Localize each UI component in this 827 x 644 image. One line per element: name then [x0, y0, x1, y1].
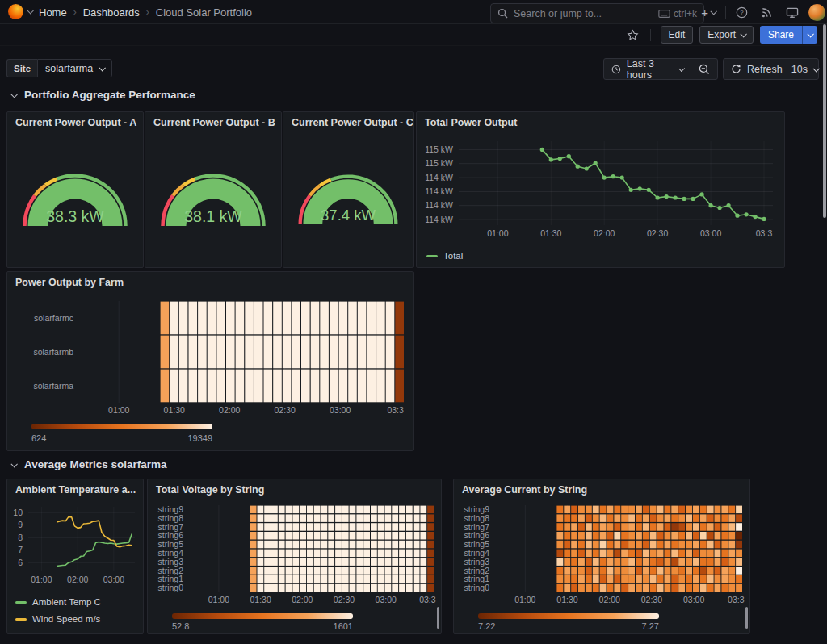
top-nav: Home › Dashboards › Cloud Solar Portfoli… [0, 0, 827, 24]
section-average-metrics[interactable]: Average Metrics solarfarma [11, 458, 167, 470]
user-avatar[interactable] [808, 4, 825, 21]
share-button[interactable]: Share [760, 26, 817, 44]
refresh-icon [731, 64, 741, 74]
chevron-down-icon [740, 31, 746, 37]
gauge-chart-a: 38.3 kW [10, 143, 140, 241]
svg-text:114 kW: 114 kW [425, 200, 453, 210]
grafana-dashboard: Home › Dashboards › Cloud Solar Portfoli… [0, 0, 827, 644]
svg-text:01:00: 01:00 [31, 575, 52, 584]
legend-swatch [426, 255, 438, 257]
legend-swatch [15, 618, 27, 621]
total-power-chart: 115 kW115 kW114 kW114 kW114 kW114 kW01:0… [417, 133, 783, 246]
svg-text:01:00: 01:00 [108, 405, 129, 415]
org-switcher-chevron-icon[interactable] [27, 7, 33, 14]
svg-text:solarfarma: solarfarma [33, 381, 73, 391]
scale-min: 7.22 [478, 621, 495, 631]
panel-title[interactable]: Ambient Temperature a... [7, 479, 143, 500]
panel-total-power: Total Power Output 115 kW115 kW114 kW114… [416, 111, 785, 268]
time-range-button[interactable]: Last 3 hours [604, 59, 691, 79]
edit-label: Edit [669, 29, 686, 40]
panel-title[interactable]: Total Power Output [417, 112, 784, 133]
svg-text:10: 10 [13, 508, 23, 517]
svg-text:8: 8 [18, 533, 23, 542]
zoom-out-icon [699, 64, 710, 75]
scale-max: 1601 [334, 621, 353, 631]
add-button[interactable]: + [695, 0, 722, 24]
section-title: Average Metrics solarfarma [24, 458, 167, 470]
share-label[interactable]: Share [760, 26, 802, 44]
svg-text:solarfarmb: solarfarmb [33, 347, 73, 357]
breadcrumb-dashboards[interactable]: Dashboards [83, 6, 140, 19]
rss-icon [761, 6, 773, 19]
collapse-chevron-icon [10, 91, 17, 98]
dashboard-toolbar: Edit Export Share [0, 24, 827, 46]
svg-text:01:00: 01:00 [208, 595, 229, 604]
search-placeholder: Search or jump to... [514, 8, 653, 19]
panel-scrollbar[interactable] [437, 607, 439, 629]
svg-text:01:30: 01:30 [250, 595, 271, 604]
help-button[interactable]: ? [729, 0, 754, 24]
panel-gauge-a: Current Power Output - A 38.3 kW [6, 111, 144, 268]
export-button[interactable]: Export [699, 26, 754, 44]
refresh-button[interactable]: Refresh [724, 59, 790, 79]
panel-title[interactable]: Current Power Output - C [283, 112, 413, 133]
panel-gauge-b: Current Power Output - B 38.1 kW [145, 111, 282, 268]
svg-text:02:30: 02:30 [334, 595, 355, 604]
divider [725, 6, 726, 19]
section-portfolio-aggregate[interactable]: Portfolio Aggregate Performance [11, 89, 195, 101]
svg-text:03:00: 03:00 [103, 575, 124, 584]
panel-title[interactable]: Current Power Output - B [145, 112, 281, 133]
section-title: Portfolio Aggregate Performance [24, 89, 195, 101]
panel-title[interactable]: Total Voltage by String [148, 479, 441, 500]
search-input[interactable]: Search or jump to... ctrl+k [490, 3, 704, 23]
monitor-icon [786, 6, 799, 19]
news-button[interactable] [754, 0, 779, 24]
breadcrumb-home[interactable]: Home [39, 6, 67, 19]
panel-scrollbar[interactable] [745, 607, 748, 629]
svg-text:02:00: 02:00 [67, 575, 88, 584]
search-shortcut: ctrl+k [658, 8, 697, 19]
svg-text:03:00: 03:00 [330, 405, 351, 415]
legend-label: Wind Speed m/s [32, 614, 100, 624]
svg-text:38.1 kW: 38.1 kW [184, 207, 242, 225]
legend-wind-speed[interactable]: Wind Speed m/s [15, 614, 100, 624]
page-scrollbar-thumb[interactable] [823, 24, 826, 218]
chevron-down-icon [710, 8, 716, 15]
svg-text:03:3: 03:3 [419, 595, 436, 604]
scale-max: 7.27 [642, 621, 659, 631]
panel-title[interactable]: Current Power Output - A [7, 112, 143, 133]
svg-text:7: 7 [18, 545, 23, 554]
refresh-interval-button[interactable]: 10s [790, 59, 825, 79]
color-scale-labels: 52.8 1601 [172, 621, 353, 631]
scale-max: 19349 [187, 433, 212, 443]
site-value-text: solarfarma [45, 63, 93, 74]
panel-title[interactable]: Power Output by Farm [7, 272, 413, 293]
favorite-star-icon[interactable] [627, 29, 639, 41]
svg-text:114 kW: 114 kW [425, 173, 453, 182]
legend-ambient-temp[interactable]: Ambient Temp C [15, 597, 101, 607]
shortcut-text: ctrl+k [674, 8, 697, 19]
voltage-heatmap: string9string8string7string6string5strin… [148, 500, 439, 605]
edit-button[interactable]: Edit [661, 26, 694, 44]
refresh-group: Refresh 10s [723, 58, 819, 80]
breadcrumb: Home › Dashboards › Cloud Solar Portfoli… [39, 0, 252, 24]
display-button[interactable] [779, 0, 805, 24]
panel-title[interactable]: Average Current by String [454, 479, 749, 500]
collapse-chevron-icon [10, 461, 17, 467]
color-scale-bar [172, 613, 353, 619]
svg-text:01:30: 01:30 [164, 405, 185, 415]
svg-text:115 kW: 115 kW [425, 144, 453, 154]
color-scale-bar [478, 613, 659, 619]
grafana-logo-icon[interactable] [8, 4, 23, 19]
legend-total[interactable]: Total [426, 251, 463, 261]
svg-text:01:30: 01:30 [540, 228, 561, 238]
site-variable[interactable]: Site solarfarma [6, 59, 112, 77]
color-scale-labels: 7.22 7.27 [478, 621, 659, 631]
svg-text:02:30: 02:30 [647, 228, 668, 238]
svg-text:02:00: 02:00 [292, 595, 313, 604]
share-menu-button[interactable] [802, 26, 817, 44]
zoom-out-button[interactable] [691, 59, 717, 79]
page-scrollbar[interactable] [821, 24, 827, 644]
site-variable-value[interactable]: solarfarma [37, 59, 112, 77]
breadcrumb-current: Cloud Solar Portfolio [156, 6, 252, 19]
